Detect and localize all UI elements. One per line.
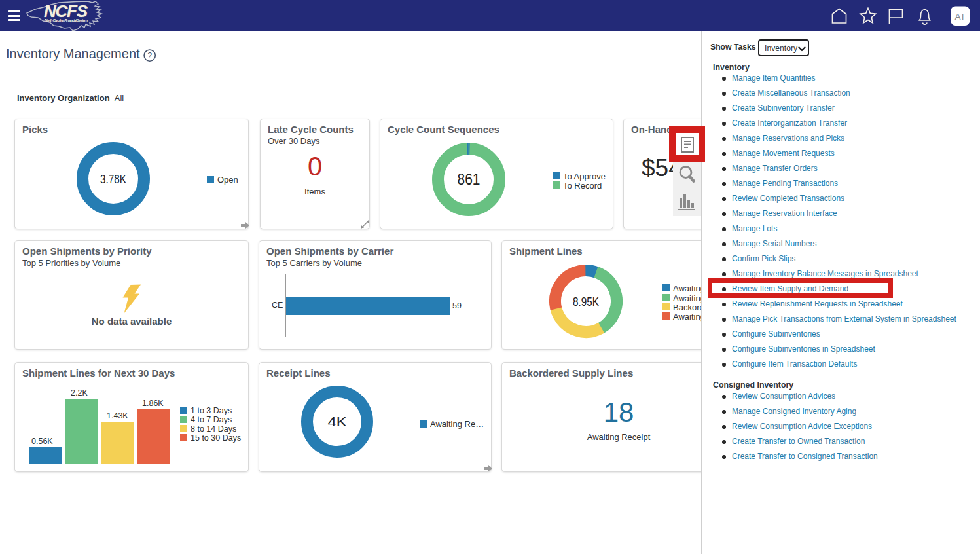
svg-text:4K: 4K [328, 415, 348, 429]
svg-text:?: ? [147, 51, 152, 60]
svg-text:North Carolina Financial Syste: North Carolina Financial System [45, 18, 88, 22]
svg-text:861: 861 [458, 171, 481, 188]
svg-text:3.78K: 3.78K [100, 172, 126, 186]
svg-text:8.95K: 8.95K [573, 295, 599, 308]
svg-text:AT: AT [955, 12, 966, 22]
